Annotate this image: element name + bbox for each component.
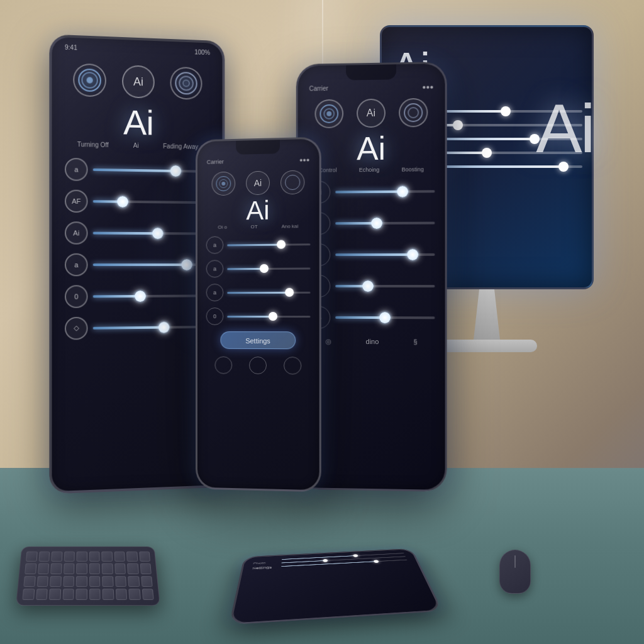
key-38[interactable]: [115, 589, 127, 600]
key-17[interactable]: [102, 564, 113, 574]
key-32[interactable]: [36, 589, 48, 600]
phone-center-bottom-icon-2: [249, 357, 267, 374]
key-30[interactable]: [141, 575, 153, 586]
phone-right-subtitle-3: Boosting: [401, 166, 423, 172]
phone-flat-label-2: Settings: [252, 565, 272, 570]
keyboard: [16, 547, 160, 606]
phone-center-subtitle-2: OT: [250, 224, 257, 230]
key-6[interactable]: [89, 552, 99, 562]
key-13[interactable]: [50, 564, 62, 574]
ipad-icon-spiral: [170, 67, 203, 100]
key-16[interactable]: [89, 564, 100, 574]
key-23[interactable]: [50, 575, 61, 586]
key-29[interactable]: [128, 575, 140, 586]
phone-right-slider-track-2[interactable]: [335, 253, 435, 256]
ipad-slider-track-0[interactable]: [93, 168, 210, 172]
phone-right-slider-track-4[interactable]: [335, 316, 435, 319]
phone-right-notch: [346, 64, 396, 80]
key-15[interactable]: [76, 564, 87, 574]
phone-right-slider-track-0[interactable]: [335, 190, 435, 193]
phone-center-icon-ai: Ai: [246, 171, 270, 196]
phone-right-icon-spiral: [399, 98, 428, 128]
phone-center-content: Ai Ai Oi o OT Ano kal a a: [197, 167, 319, 378]
key-26[interactable]: [89, 575, 101, 586]
key-27[interactable]: [102, 575, 113, 586]
ipad-slider-5: ◇: [65, 316, 210, 340]
ipad-slider-label-4: 0: [65, 285, 88, 308]
phone-center-notch: [236, 140, 280, 155]
ipad-slider-label-1: AF: [65, 189, 88, 213]
key-11[interactable]: [25, 564, 36, 574]
phone-right-subtitle-2: Echoing: [359, 167, 380, 173]
key-3[interactable]: [51, 552, 62, 562]
key-28[interactable]: [115, 575, 126, 586]
phone-center-subtitle-1: Oi o: [218, 225, 227, 230]
key-19[interactable]: [127, 564, 138, 574]
phone-right-status-right: ●●●: [422, 83, 433, 90]
key-24[interactable]: [63, 575, 74, 586]
ipad-slider-track-3[interactable]: [93, 264, 210, 266]
phone-center-slider-label-2: a: [206, 284, 224, 301]
key-35[interactable]: [75, 589, 87, 600]
phone-center-bottom-icon-3: [284, 357, 301, 374]
key-8[interactable]: [114, 552, 125, 562]
phone-right-status: Carrier ●●●: [298, 79, 445, 96]
phone-center-slider-track-2[interactable]: [227, 291, 310, 293]
ipad-slider-track-5[interactable]: [93, 325, 210, 329]
phone-center-icon-spiral: [280, 170, 304, 195]
key-1[interactable]: [26, 552, 37, 562]
ipad-icon-target: [73, 63, 106, 97]
phone-center-device: Carrier ●●● Ai Ai Oi o OT Ano kal: [196, 137, 321, 492]
phone-flat-label-1: Photo: [253, 561, 272, 565]
key-5[interactable]: [76, 552, 87, 562]
phone-right-slider-track-1[interactable]: [335, 222, 435, 225]
ipad-slider-track-4[interactable]: [93, 294, 210, 297]
ipad-icon-ai: Ai: [122, 65, 155, 99]
phone-right-icon-target: [314, 99, 343, 128]
key-21[interactable]: [23, 575, 35, 586]
key-10[interactable]: [139, 552, 150, 562]
key-18[interactable]: [114, 564, 126, 574]
key-39[interactable]: [128, 589, 140, 600]
key-37[interactable]: [102, 589, 113, 600]
phone-center-status-right: ●●●: [299, 157, 310, 163]
key-31[interactable]: [22, 589, 35, 600]
key-40[interactable]: [142, 589, 154, 600]
key-22[interactable]: [36, 575, 48, 586]
key-2[interactable]: [38, 552, 50, 562]
ipad-slider-4: 0: [65, 284, 210, 308]
target-icon: [78, 69, 101, 92]
phone-center-settings-button[interactable]: Settings: [220, 331, 296, 349]
ipad-slider-track-1[interactable]: [93, 200, 210, 204]
spiral-icon: [175, 72, 197, 95]
phone-flat-text-area: Photo Settings: [252, 561, 273, 570]
key-20[interactable]: [140, 564, 152, 574]
ipad-ai-label: Ai: [65, 101, 210, 143]
phone-right-bottom-row: ◎ dino §: [308, 338, 435, 347]
ipad-slider-section: a AF Ai a: [65, 157, 210, 340]
phone-center-slider-label-0: a: [206, 236, 224, 254]
mouse: [499, 550, 531, 594]
ipad-slider-0: a: [65, 157, 210, 182]
phone-center-ai-label: Ai: [206, 197, 311, 225]
ipad-slider-track-2[interactable]: [93, 231, 210, 235]
key-34[interactable]: [62, 589, 74, 600]
phone-center-slider-track-1[interactable]: [227, 267, 310, 270]
ipad-slider-label-0: a: [65, 157, 88, 180]
key-12[interactable]: [38, 564, 49, 574]
phone-right-bottom-label-2: dino: [366, 338, 379, 346]
phone-center-slider-track-0[interactable]: [227, 243, 310, 246]
key-9[interactable]: [126, 552, 138, 562]
phone-center-slider-label-3: 0: [206, 308, 224, 325]
key-7[interactable]: [101, 552, 112, 562]
phone-right-slider-2: a: [308, 243, 435, 266]
phone-center-slider-track-3[interactable]: [227, 315, 310, 317]
phone-right-slider-track-3[interactable]: [335, 285, 435, 287]
phone-center-slider-2: a: [206, 284, 311, 302]
key-4[interactable]: [64, 552, 74, 562]
key-36[interactable]: [89, 589, 101, 600]
key-14[interactable]: [64, 564, 75, 574]
phone-right-status-left: Carrier: [309, 85, 328, 92]
key-25[interactable]: [76, 575, 87, 586]
key-33[interactable]: [49, 589, 61, 600]
